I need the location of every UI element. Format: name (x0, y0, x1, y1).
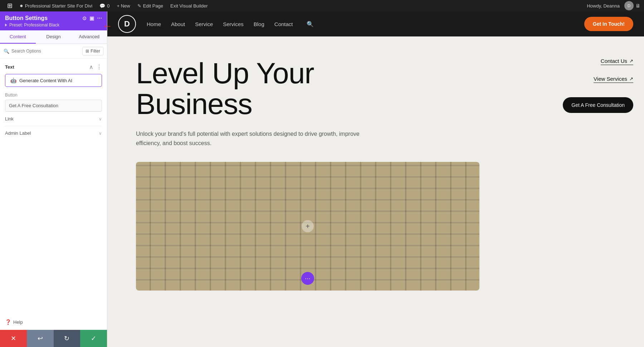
hero-section: Level Up Your Business Unlock your brand… (107, 36, 572, 347)
avatar: D (624, 1, 634, 10)
hero-image: + ⋯ (136, 162, 479, 291)
nav-services[interactable]: Services (223, 21, 244, 27)
tab-advanced[interactable]: Advanced (71, 30, 107, 44)
wp-circle-icon: ● (20, 3, 23, 9)
wp-admin-bar: ⊞ ● Professional Starter Site For Divi 💬… (0, 0, 644, 11)
undo-icon: ↩ (38, 334, 43, 342)
contact-arrow-icon: ↗ (629, 58, 633, 64)
nav-contact[interactable]: Contact (274, 21, 293, 27)
preset-arrow-icon (5, 24, 7, 26)
exit-builder-bar-item[interactable]: Exit Visual Builder (167, 0, 211, 11)
comments-bar-item[interactable]: 💬 0 (96, 0, 113, 11)
undo-button[interactable]: ↩ (27, 330, 54, 347)
new-label: + New (117, 3, 130, 9)
text-section-controls: ∧ ⋮ (89, 64, 102, 70)
cancel-button[interactable]: ✕ (0, 330, 27, 347)
button-field-label: Button (5, 93, 102, 98)
edit-page-bar-item[interactable]: ✎ Edit Page (134, 0, 167, 11)
search-options-input[interactable] (11, 49, 80, 54)
exit-builder-label: Exit Visual Builder (170, 3, 208, 9)
get-in-touch-button[interactable]: Get In Touch! (584, 17, 633, 31)
pencil-icon: ✎ (137, 3, 141, 9)
text-section-header: Text ∧ ⋮ (5, 64, 102, 70)
nav-about[interactable]: About (171, 21, 185, 27)
contact-us-link[interactable]: Contact Us ↗ (601, 58, 633, 65)
panel-tabs: Content Design Advanced (0, 30, 107, 44)
button-field-container: Button (5, 93, 102, 111)
nav-blog[interactable]: Blog (254, 21, 264, 27)
site-nav: D Home About Service Services Blog Conta… (107, 11, 644, 36)
tab-design[interactable]: Design (36, 30, 72, 44)
help-icon: ❓ (5, 319, 11, 325)
layout-icon[interactable]: ▣ (89, 15, 94, 21)
cancel-icon: ✕ (11, 334, 16, 342)
ai-generate-label: Generate Content With AI (19, 78, 72, 83)
admin-bar-right: Howdy, Deanna D 🖥 (584, 1, 640, 10)
help-label: Help (13, 319, 23, 325)
panel-title-text: Button Settings (5, 15, 48, 21)
panel-title-row: Button Settings ⊙ ▣ ⋯ (5, 15, 102, 21)
view-services-label: View Services (594, 76, 627, 82)
howdy-text: Howdy, Deanna (584, 3, 623, 9)
page-content: Level Up Your Business Unlock your brand… (107, 36, 644, 347)
main-content: D Home About Service Services Blog Conta… (107, 11, 644, 347)
filter-button[interactable]: ⊞ Filter (82, 47, 103, 55)
left-panel: Button Settings ⊙ ▣ ⋯ Preset: Profession… (0, 11, 107, 347)
bottom-bar: ✕ ↩ ↻ ✓ (0, 330, 107, 347)
link-label: Link (5, 116, 14, 122)
admin-label-section-row[interactable]: Admin Label ∨ (5, 126, 102, 140)
comment-count: 0 (107, 3, 109, 9)
link-chevron-icon: ∨ (99, 117, 102, 122)
services-arrow-icon: ↗ (629, 76, 633, 81)
wp-logo-button[interactable]: ⊞ (4, 0, 16, 11)
search-icon: 🔍 (4, 49, 9, 54)
nav-home[interactable]: Home (147, 21, 161, 27)
button-text-input[interactable] (5, 100, 102, 111)
comment-icon: 💬 (99, 3, 105, 9)
divi-logo: D (118, 15, 136, 33)
hero-ctas: Contact Us ↗ View Services ↗ Get A Free … (572, 36, 644, 347)
get-free-consultation-button[interactable]: Get A Free Consultation (563, 97, 633, 113)
add-section-button[interactable]: + (302, 220, 314, 232)
ai-icon: 🤖 (10, 78, 16, 83)
main-area: Button Settings ⊙ ▣ ⋯ Preset: Profession… (0, 11, 644, 347)
text-more-btn[interactable]: ⋮ (96, 64, 102, 70)
text-section-title: Text (5, 64, 14, 70)
panel-body: Text ∧ ⋮ 🤖 Generate Content With AI Butt… (0, 59, 107, 314)
nav-search-icon[interactable]: 🔍 (307, 21, 314, 28)
tab-content[interactable]: Content (0, 30, 36, 44)
panel-title-icons: ⊙ ▣ ⋯ (82, 15, 102, 21)
site-name-bar-item[interactable]: ● Professional Starter Site For Divi (16, 0, 96, 11)
screen-icon: 🖥 (635, 3, 640, 9)
ai-generate-button[interactable]: 🤖 Generate Content With AI (5, 74, 102, 87)
admin-label-chevron-icon: ∨ (99, 131, 102, 136)
save-button[interactable]: ✓ (80, 330, 107, 347)
contact-us-label: Contact Us (601, 58, 627, 64)
site-nav-links: Home About Service Services Blog Contact… (147, 21, 314, 28)
copy-icon[interactable]: ⊙ (82, 15, 87, 21)
help-section[interactable]: ❓ Help (0, 314, 107, 330)
new-bar-item[interactable]: + New (113, 0, 133, 11)
filter-label: Filter (91, 49, 100, 54)
filter-icon: ⊞ (86, 49, 89, 54)
hero-image-container: + ⋯ (136, 162, 479, 291)
preset-row[interactable]: Preset: Professional Black (5, 23, 102, 28)
site-name-label: Professional Starter Site For Divi (25, 3, 93, 9)
wp-icon: ⊞ (7, 2, 13, 10)
text-collapse-btn[interactable]: ∧ (89, 64, 93, 70)
hero-title: Level Up Your Business (136, 58, 369, 119)
panel-header: Button Settings ⊙ ▣ ⋯ Preset: Profession… (0, 11, 107, 30)
save-icon: ✓ (91, 334, 96, 342)
search-bar: 🔍 ⊞ Filter (0, 44, 107, 59)
redo-icon: ↻ (64, 334, 69, 342)
preset-label: Preset: Professional Black (9, 23, 59, 28)
redo-button[interactable]: ↻ (54, 330, 80, 347)
nav-service[interactable]: Service (195, 21, 213, 27)
link-section-row[interactable]: Link ∨ (5, 111, 102, 126)
hero-subtitle: Unlock your brand's full potential with … (136, 129, 372, 148)
view-services-link[interactable]: View Services ↗ (594, 76, 633, 83)
admin-label-label: Admin Label (5, 130, 31, 136)
more-icon[interactable]: ⋯ (97, 15, 102, 21)
edit-page-label: Edit Page (143, 3, 163, 9)
section-options-button[interactable]: ⋯ (301, 272, 314, 285)
